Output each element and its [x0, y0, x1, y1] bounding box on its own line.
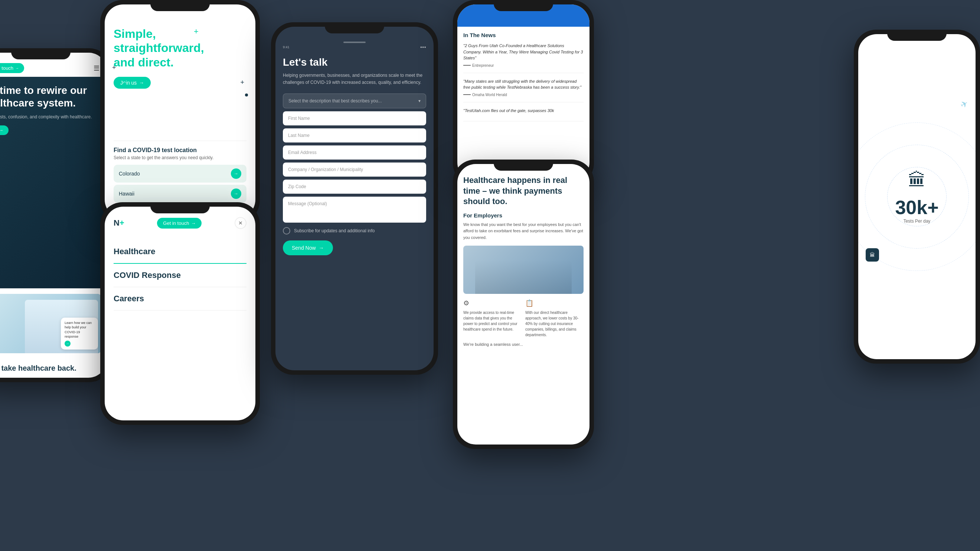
- phone-1-nav: Get in touch → ☰: [0, 53, 107, 77]
- phone-3-content: N+ Get in touch → ✕ Healthcare COVID Res…: [105, 206, 255, 421]
- find-section-title: Find a COVID-19 test location: [114, 147, 247, 154]
- phone-6: Healthcare happens in real time – we thi…: [453, 160, 594, 449]
- news-header-blue: [457, 5, 590, 27]
- phone-7: ✈ 🏛 30k+ Tests Per day 🏛: [854, 30, 980, 364]
- zip-input[interactable]: Zip Code: [283, 179, 426, 194]
- join-us-button[interactable]: Join us →: [114, 77, 151, 89]
- close-button[interactable]: ✕: [235, 217, 247, 229]
- feature-grid: ⚙ We provide access to real-time claims …: [463, 299, 584, 338]
- phone-4-content: 9:41 ●●● Let's talk Helping governments,…: [275, 27, 434, 370]
- find-test-section: Find a COVID-19 test location Select a s…: [114, 141, 247, 211]
- news-item-1: "2 Guys From Utah Co-Founded a Healthcar…: [463, 43, 584, 73]
- source-line-icon: [463, 65, 471, 66]
- phone-3-nav: N+ Get in touch → ✕: [114, 217, 247, 229]
- in-the-news-title: In The News: [463, 32, 584, 38]
- arrow-right-icon: →: [191, 221, 196, 226]
- phone-2: + + + Simple, straightforward, and direc…: [100, 0, 260, 222]
- phone-6-content: Healthcare happens in real time – we thi…: [457, 164, 590, 445]
- news-quote-3: "TestUtah.com flies out of the gate, sur…: [463, 108, 584, 114]
- source-line-icon-2: [463, 94, 471, 95]
- phone-3: N+ Get in touch → ✕ Healthcare COVID Res…: [100, 202, 260, 425]
- phone-5-screen: In The News "2 Guys From Utah Co-Founded…: [457, 5, 590, 181]
- news-source-1: Entrepreneur: [463, 64, 584, 68]
- menu-item-healthcare[interactable]: Healthcare: [114, 240, 247, 264]
- phone-2-content: + + + Simple, straightforward, and direc…: [105, 5, 255, 218]
- menu-item-careers[interactable]: Careers: [114, 287, 247, 311]
- subscribe-row: Subscribe for updates and additional inf…: [283, 227, 426, 235]
- send-now-button[interactable]: Send Now →: [283, 240, 333, 255]
- phone-5-content: In The News "2 Guys From Utah Co-Founded…: [457, 5, 590, 181]
- lets-talk-subtitle: Helping governments, businesses, and org…: [283, 72, 426, 86]
- building-icon: 🏛: [908, 170, 926, 191]
- arrow-right-icon: →: [139, 80, 144, 86]
- news-body: In The News "2 Guys From Utah Co-Founded…: [457, 27, 590, 132]
- dot-decoration-navy: [245, 94, 248, 97]
- news-source-2: Omaha World Herald: [463, 93, 584, 97]
- employers-image: [463, 246, 584, 294]
- message-input[interactable]: Message (Optional): [283, 197, 426, 222]
- get-in-touch-button-phone3[interactable]: Get in touch →: [157, 218, 202, 229]
- state-arrow-icon-2: →: [231, 189, 241, 199]
- overlay-card: Learn how we can help build your COVID-1…: [61, 318, 98, 349]
- phone-1-bottom: Let's take healthcare back.: [0, 359, 107, 378]
- news-quote-2: "Many states are still struggling with t…: [463, 78, 584, 91]
- plus-decoration-navy: +: [112, 64, 116, 71]
- plus-decoration-navy-2: +: [240, 79, 244, 86]
- notch-bar: [344, 41, 366, 43]
- email-input[interactable]: Email Address: [283, 145, 426, 160]
- stat-label: Tests Per day: [904, 219, 931, 224]
- for-employers-text: We know that you want the best for your …: [463, 222, 584, 241]
- arrow-right-icon: →: [0, 128, 3, 133]
- phone-2-title: Simple, straightforward, and direct.: [114, 27, 247, 69]
- news-quote-1: "2 Guys From Utah Co-Founded a Healthcar…: [463, 43, 584, 61]
- first-name-input[interactable]: First Name: [283, 111, 426, 125]
- last-name-input[interactable]: Last Name: [283, 129, 426, 143]
- phone-4: 9:41 ●●● Let's talk Helping governments,…: [271, 22, 438, 375]
- state-item-hawaii[interactable]: Hawaii →: [114, 185, 247, 203]
- plane-icon: ✈: [958, 98, 970, 111]
- data-icon: ⚙: [463, 299, 522, 308]
- phone-6-screen: Healthcare happens in real time – we thi…: [457, 164, 590, 445]
- hero-title: It's time to rewire our healthcare syste…: [0, 84, 100, 109]
- bottom-title: Let's take healthcare back.: [0, 364, 100, 373]
- menu-icon[interactable]: ☰: [94, 64, 100, 72]
- phone-1-image-section: Learn how we can help build your COVID-1…: [0, 288, 107, 359]
- healthcare-title: Healthcare happens in real time – we thi…: [463, 175, 584, 207]
- dot-decoration-teal: [123, 83, 126, 85]
- phone-5: In The News "2 Guys From Utah Co-Founded…: [453, 0, 594, 186]
- arrow-right-icon: →: [15, 66, 19, 70]
- description-select[interactable]: Select the description that best describ…: [283, 94, 426, 108]
- menu-item-covid[interactable]: COVID Response: [114, 264, 247, 287]
- bottom-text: We're building a seamless user...: [463, 341, 584, 348]
- phone-1: Get in touch → ☰ It's time to rewire our…: [0, 48, 111, 382]
- phone-7-screen: ✈ 🏛 30k+ Tests Per day 🏛: [858, 34, 975, 359]
- feature-item-1: ⚙ We provide access to real-time claims …: [463, 299, 522, 338]
- clipboard-icon: 📋: [525, 299, 584, 308]
- feature-item-2: 📋 With our direct healthcare approach, w…: [525, 299, 584, 338]
- plus-decoration-teal: +: [194, 27, 199, 37]
- arrow-right-icon: →: [65, 341, 70, 346]
- news-item-2: "Many states are still struggling with t…: [463, 78, 584, 102]
- medical-image: Learn how we can help build your COVID-1…: [0, 294, 102, 353]
- get-in-touch-button-phone1[interactable]: Get in touch →: [0, 63, 24, 73]
- phone-1-content: Get in touch → ☰ It's time to rewire our…: [0, 53, 107, 378]
- stat-value: 30k+: [895, 196, 939, 219]
- phone-7-content: ✈ 🏛 30k+ Tests Per day 🏛: [858, 34, 975, 359]
- company-input[interactable]: Company / Organization / Municipality: [283, 162, 426, 176]
- arrow-right-icon: →: [319, 245, 324, 251]
- phone-3-screen: N+ Get in touch → ✕ Healthcare COVID Res…: [105, 206, 255, 421]
- chevron-down-icon: ▾: [418, 98, 421, 103]
- status-bar: 9:41 ●●●: [283, 45, 426, 49]
- logo: N+: [114, 218, 124, 228]
- news-item-3: "TestUtah.com flies out of the gate, sur…: [463, 108, 584, 122]
- building-badge-icon: 🏛: [865, 248, 879, 262]
- state-item-colorado[interactable]: Colorado →: [114, 165, 247, 183]
- state-arrow-icon: →: [231, 168, 241, 179]
- phone-1-screen: Get in touch → ☰ It's time to rewire our…: [0, 53, 107, 378]
- find-section-subtitle: Select a state to get the answers you ne…: [114, 155, 247, 160]
- phone-2-screen: + + + Simple, straightforward, and direc…: [105, 5, 255, 218]
- phone-4-screen: 9:41 ●●● Let's talk Helping governments,…: [275, 27, 434, 370]
- phone-1-hero: It's time to rewire our healthcare syste…: [0, 77, 107, 288]
- more-button[interactable]: more →: [0, 125, 8, 135]
- subscribe-checkbox[interactable]: [283, 227, 290, 235]
